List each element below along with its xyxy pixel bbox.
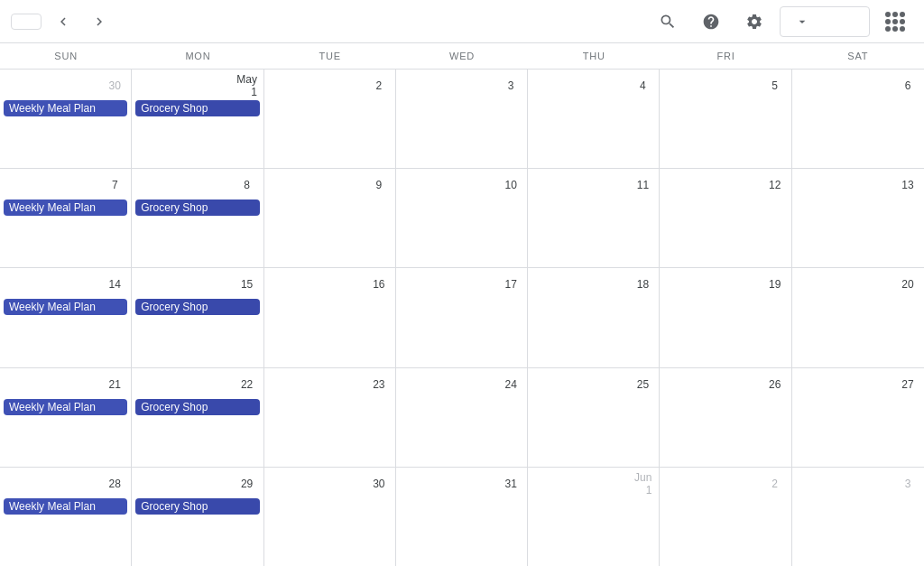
day-cell[interactable]: 3 [792, 468, 924, 566]
day-cell[interactable]: 2 [660, 468, 791, 566]
calendar-event[interactable]: Grocery Shop [135, 399, 259, 415]
calendar-event[interactable]: Grocery Shop [135, 299, 259, 315]
calendar-event[interactable]: Weekly Meal Plan [4, 399, 127, 415]
day-number: 15 [235, 272, 260, 297]
day-cell[interactable]: 22Grocery Shop [132, 368, 263, 467]
day-number: 6 [895, 73, 920, 98]
day-cell[interactable]: 3 [396, 70, 528, 168]
day-number: 13 [895, 172, 920, 198]
day-number: 18 [630, 272, 655, 297]
day-number: 11 [630, 172, 655, 198]
day-cell[interactable]: 2 [264, 70, 396, 168]
day-number: 2 [366, 73, 392, 98]
day-number: 8 [235, 172, 260, 198]
weeks: 30Weekly Meal PlanMay 1Grocery Shop23456… [0, 70, 924, 566]
day-number: 2 [762, 471, 788, 496]
day-cell[interactable]: 5 [660, 70, 791, 168]
day-number: 5 [762, 73, 788, 98]
day-number: 24 [498, 372, 523, 397]
day-cell[interactable]: 9 [264, 169, 396, 267]
settings-button[interactable] [736, 4, 772, 40]
week-row: 7Weekly Meal Plan8Grocery Shop910111213 [0, 169, 924, 268]
day-cell[interactable]: 12 [660, 169, 791, 267]
calendar-event[interactable]: Grocery Shop [135, 498, 259, 515]
search-button[interactable] [650, 4, 686, 40]
apps-icon [885, 12, 905, 32]
day-number: 3 [498, 73, 523, 98]
day-header-sun: SUN [0, 43, 132, 69]
day-cell[interactable]: 23 [264, 368, 396, 467]
day-number: 17 [498, 272, 523, 297]
day-number: 3 [895, 471, 920, 496]
day-cell[interactable]: 20 [792, 268, 924, 367]
day-cell[interactable]: 29Grocery Shop [132, 468, 263, 566]
next-button[interactable] [85, 7, 114, 36]
help-button[interactable] [693, 4, 729, 40]
day-header-wed: WED [396, 43, 528, 69]
day-cell[interactable]: 25 [528, 368, 660, 467]
day-number: 20 [895, 272, 920, 297]
day-cell[interactable]: 11 [528, 169, 660, 267]
apps-button[interactable] [877, 4, 913, 40]
week-row: 28Weekly Meal Plan29Grocery Shop3031Jun … [0, 468, 924, 566]
day-headers: SUNMONTUEWEDTHUFRISAT [0, 43, 924, 70]
day-header-sat: SAT [792, 43, 924, 69]
day-cell[interactable]: Jun 1 [528, 468, 660, 566]
day-cell[interactable]: 19 [660, 268, 791, 367]
day-number: 9 [366, 172, 392, 198]
week-row: 21Weekly Meal Plan22Grocery Shop23242526… [0, 368, 924, 468]
app-header [0, 0, 924, 43]
week-row: 30Weekly Meal PlanMay 1Grocery Shop23456 [0, 70, 924, 169]
view-selector[interactable] [780, 6, 870, 37]
day-number: 7 [102, 172, 127, 198]
day-cell[interactable]: 18 [528, 268, 660, 367]
day-number: 30 [102, 73, 127, 98]
week-row: 14Weekly Meal Plan15Grocery Shop16171819… [0, 268, 924, 367]
day-cell[interactable]: May 1Grocery Shop [132, 70, 263, 168]
day-number: May 1 [235, 73, 260, 98]
calendar: SUNMONTUEWEDTHUFRISAT 30Weekly Meal Plan… [0, 43, 924, 566]
day-cell[interactable]: 8Grocery Shop [132, 169, 263, 267]
day-cell[interactable]: 15Grocery Shop [132, 268, 263, 367]
prev-button[interactable] [49, 7, 78, 36]
day-number: 30 [366, 471, 392, 496]
day-number: 27 [895, 372, 920, 397]
day-number: 19 [762, 272, 788, 297]
day-header-thu: THU [528, 43, 660, 69]
header-icons [650, 4, 913, 40]
day-cell[interactable]: 31 [396, 468, 528, 566]
day-cell[interactable]: 17 [396, 268, 528, 367]
day-cell[interactable]: 30Weekly Meal Plan [0, 70, 132, 168]
day-cell[interactable]: 21Weekly Meal Plan [0, 368, 132, 467]
day-cell[interactable]: 24 [396, 368, 528, 467]
day-number: Jun 1 [630, 471, 655, 496]
day-cell[interactable]: 26 [660, 368, 791, 467]
day-cell[interactable]: 6 [792, 70, 924, 168]
day-number: 22 [235, 372, 260, 397]
day-cell[interactable]: 30 [264, 468, 396, 566]
day-cell[interactable]: 28Weekly Meal Plan [0, 468, 132, 566]
day-cell[interactable]: 7Weekly Meal Plan [0, 169, 132, 267]
calendar-event[interactable]: Weekly Meal Plan [4, 100, 127, 116]
day-cell[interactable]: 16 [264, 268, 396, 367]
day-cell[interactable]: 14Weekly Meal Plan [0, 268, 132, 367]
day-number: 16 [366, 272, 392, 297]
day-number: 12 [762, 172, 788, 198]
calendar-event[interactable]: Grocery Shop [135, 199, 259, 216]
day-number: 21 [102, 372, 127, 397]
day-number: 25 [630, 372, 655, 397]
calendar-event[interactable]: Grocery Shop [135, 100, 259, 116]
today-button[interactable] [11, 14, 42, 30]
calendar-event[interactable]: Weekly Meal Plan [4, 299, 127, 315]
day-number: 29 [235, 471, 260, 496]
day-cell[interactable]: 27 [792, 368, 924, 467]
day-number: 23 [366, 372, 392, 397]
calendar-event[interactable]: Weekly Meal Plan [4, 199, 127, 216]
day-cell[interactable]: 10 [396, 169, 528, 267]
day-number: 10 [498, 172, 523, 198]
calendar-event[interactable]: Weekly Meal Plan [4, 498, 127, 515]
day-cell[interactable]: 4 [528, 70, 660, 168]
day-cell[interactable]: 13 [792, 169, 924, 267]
day-number: 26 [762, 372, 788, 397]
day-header-mon: MON [132, 43, 263, 69]
